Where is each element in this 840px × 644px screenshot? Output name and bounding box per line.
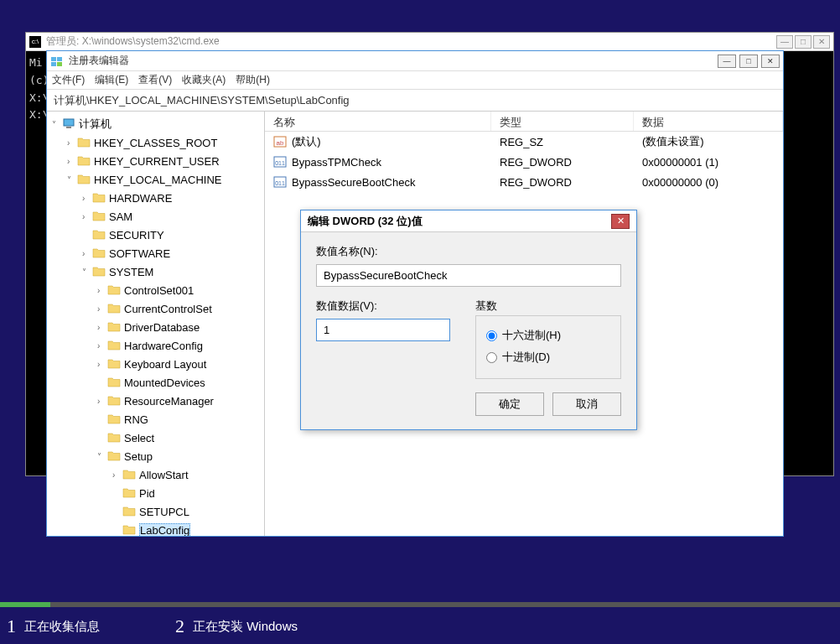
cancel-button[interactable]: 取消 — [552, 392, 621, 416]
radio-dec[interactable]: 十进制(D) — [486, 346, 610, 368]
radio-dec-input[interactable] — [486, 352, 497, 363]
tree-item[interactable]: ›DriverDatabase — [49, 318, 262, 336]
regedit-menubar: 文件(F) 编辑(E) 查看(V) 收藏夹(A) 帮助(H) — [47, 71, 783, 90]
folder-icon — [77, 174, 91, 185]
cmd-icon: c:\ — [29, 36, 41, 48]
expand-icon[interactable]: ˅ — [82, 267, 92, 277]
close-button[interactable]: ✕ — [761, 55, 780, 68]
menu-favorites[interactable]: 收藏夹(A) — [182, 73, 226, 87]
expand-icon[interactable]: › — [97, 360, 107, 369]
tree-item[interactable]: ›SOFTWARE — [49, 244, 262, 262]
ok-button[interactable]: 确定 — [475, 392, 544, 416]
col-type[interactable]: 类型 — [491, 112, 634, 131]
folder-icon — [107, 432, 121, 444]
tree-item[interactable]: ˅SYSTEM — [49, 262, 262, 281]
edit-dword-dialog: 编辑 DWORD (32 位)值 ✕ 数值名称(N): BypassSecure… — [300, 210, 637, 430]
expand-icon[interactable]: › — [97, 304, 107, 314]
tree-item[interactable]: ›HKEY_CLASSES_ROOT — [49, 133, 262, 152]
expand-icon[interactable]: › — [97, 341, 107, 351]
value-name: (默认) — [292, 134, 321, 149]
value-data-label: 数值数据(V): — [316, 299, 450, 314]
address-bar[interactable]: 计算机\HKEY_LOCAL_MACHINE\SYSTEM\Setup\LabC… — [47, 90, 783, 112]
step2-number: 2 — [175, 615, 184, 637]
tree-panel[interactable]: ˅计算机›HKEY_CLASSES_ROOT›HKEY_CURRENT_USER… — [47, 112, 265, 536]
base-label: 基数 — [475, 299, 621, 314]
expand-icon[interactable]: › — [82, 212, 92, 221]
radio-hex-input[interactable] — [486, 330, 497, 341]
radio-hex[interactable]: 十六进制(H) — [486, 325, 610, 346]
list-row[interactable]: 011BypassSecureBootCheckREG_DWORD0x00000… — [265, 172, 783, 192]
tree-item[interactable]: RNG — [49, 410, 262, 428]
menu-help[interactable]: 帮助(H) — [236, 73, 270, 87]
value-data-input[interactable] — [316, 319, 450, 341]
folder-icon — [122, 506, 136, 517]
value-name-field: BypassSecureBootCheck — [316, 264, 621, 287]
expand-icon[interactable]: › — [82, 249, 92, 258]
menu-view[interactable]: 查看(V) — [138, 73, 172, 87]
folder-icon — [92, 210, 106, 222]
expand-icon[interactable]: › — [97, 286, 107, 295]
tree-item[interactable]: ˅Setup — [49, 447, 262, 465]
close-button[interactable]: ✕ — [813, 35, 830, 49]
dialog-titlebar[interactable]: 编辑 DWORD (32 位)值 ✕ — [301, 210, 636, 232]
folder-icon — [92, 229, 106, 241]
folder-icon — [92, 266, 106, 278]
folder-icon — [107, 321, 121, 333]
tree-item[interactable]: ›HKEY_CURRENT_USER — [49, 152, 262, 170]
tree-item[interactable]: ›HardwareConfig — [49, 336, 262, 355]
close-button[interactable]: ✕ — [611, 214, 630, 229]
svg-rect-4 — [64, 119, 74, 126]
folder-icon — [122, 487, 136, 499]
tree-item[interactable]: ›Keyboard Layout — [49, 355, 262, 373]
dialog-title: 编辑 DWORD (32 位)值 — [308, 214, 423, 229]
tree-item[interactable]: ›HARDWARE — [49, 189, 262, 207]
value-name-label: 数值名称(N): — [316, 244, 621, 259]
folder-icon — [107, 358, 121, 370]
expand-icon[interactable]: ˅ — [67, 175, 77, 184]
col-name[interactable]: 名称 — [265, 112, 491, 131]
tree-item[interactable]: ›CurrentControlSet — [49, 299, 262, 318]
value-data: 0x00000000 (0) — [634, 174, 783, 190]
tree-item[interactable]: MountedDevices — [49, 373, 262, 392]
regedit-icon — [50, 55, 64, 68]
menu-file[interactable]: 文件(F) — [52, 73, 85, 87]
regedit-titlebar[interactable]: 注册表编辑器 — □ ✕ — [47, 51, 783, 71]
minimize-button[interactable]: — — [776, 35, 793, 49]
tree-item[interactable]: SETUPCL — [49, 502, 262, 521]
tree-item[interactable]: Pid — [49, 484, 262, 502]
expand-icon[interactable]: ˅ — [97, 452, 107, 461]
tree-item[interactable]: ›ResourceManager — [49, 392, 262, 410]
expand-icon[interactable]: › — [82, 194, 92, 203]
value-icon: 011 — [273, 155, 287, 169]
cmd-titlebar[interactable]: c:\ 管理员: X:\windows\system32\cmd.exe — □… — [26, 33, 833, 51]
expand-icon[interactable]: › — [97, 397, 107, 406]
tree-item[interactable]: ˅HKEY_LOCAL_MACHINE — [49, 170, 262, 189]
regedit-title: 注册表编辑器 — [69, 54, 129, 68]
expand-icon[interactable]: › — [97, 323, 107, 332]
expand-icon[interactable]: › — [67, 157, 77, 166]
install-progress — [0, 602, 840, 607]
tree-item[interactable]: ›AllowStart — [49, 465, 262, 484]
tree-root[interactable]: ˅计算机 — [49, 115, 262, 133]
expand-icon[interactable]: › — [112, 470, 122, 480]
tree-item[interactable]: SECURITY — [49, 226, 262, 244]
expand-icon[interactable]: › — [67, 138, 77, 148]
list-row[interactable]: 011BypassTPMCheckREG_DWORD0x00000001 (1) — [265, 152, 783, 172]
folder-icon — [107, 340, 121, 351]
step1-label: 正在收集信息 — [24, 619, 100, 635]
maximize-button[interactable]: □ — [739, 55, 758, 68]
folder-icon — [107, 413, 121, 425]
minimize-button[interactable]: — — [718, 55, 736, 68]
step2-label: 正在安装 Windows — [193, 619, 298, 635]
tree-item[interactable]: ›ControlSet001 — [49, 281, 262, 299]
tree-item[interactable]: Select — [49, 428, 262, 447]
tree-item[interactable]: ›SAM — [49, 207, 262, 226]
list-row[interactable]: ab(默认)REG_SZ(数值未设置) — [265, 132, 783, 152]
folder-icon — [107, 450, 121, 462]
folder-icon — [77, 137, 91, 148]
col-data[interactable]: 数据 — [634, 112, 783, 131]
tree-item[interactable]: LabConfig — [49, 521, 262, 536]
value-type: REG_DWORD — [491, 154, 634, 170]
maximize-button[interactable]: □ — [795, 35, 811, 49]
menu-edit[interactable]: 编辑(E) — [95, 73, 128, 87]
